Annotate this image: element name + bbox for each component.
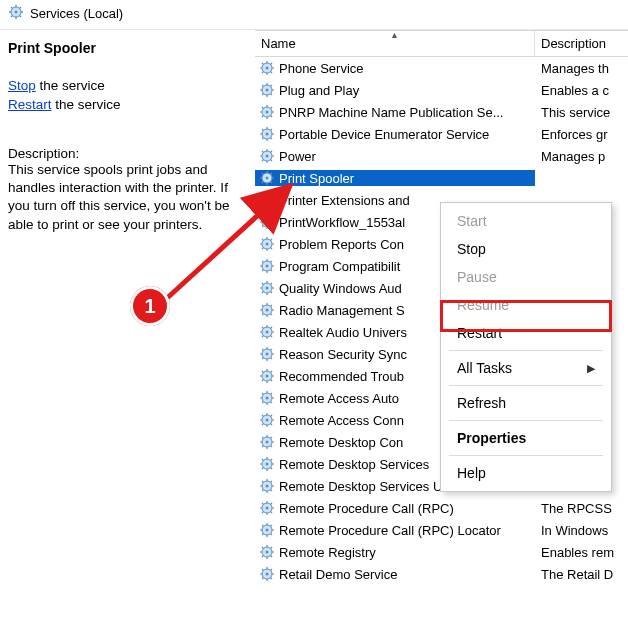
- svg-line-57: [271, 160, 273, 162]
- service-gear-icon: [259, 236, 275, 252]
- menu-restart-label: Restart: [457, 325, 502, 341]
- svg-line-247: [271, 578, 273, 580]
- column-header-row: ▴ Name Description: [255, 30, 628, 57]
- svg-line-27: [271, 94, 273, 96]
- svg-line-28: [262, 94, 264, 96]
- svg-line-16: [262, 63, 264, 65]
- svg-line-146: [262, 349, 264, 351]
- service-row[interactable]: Phone ServiceManages th: [255, 57, 628, 79]
- svg-line-237: [271, 556, 273, 558]
- service-name-text: Reason Security Sync: [279, 347, 407, 362]
- service-gear-icon: [259, 214, 275, 230]
- svg-line-208: [262, 490, 264, 492]
- svg-point-11: [266, 67, 269, 70]
- svg-line-169: [271, 393, 273, 395]
- service-desc-cell: Enforces gr: [535, 127, 628, 142]
- menu-stop[interactable]: Stop: [443, 235, 609, 263]
- service-gear-icon: [259, 82, 275, 98]
- svg-line-17: [271, 72, 273, 74]
- description-label: Description:: [8, 146, 247, 161]
- svg-line-68: [262, 182, 264, 184]
- svg-line-206: [262, 481, 264, 483]
- stop-link[interactable]: Stop: [8, 78, 36, 93]
- menu-help[interactable]: Help: [443, 459, 609, 487]
- svg-line-127: [271, 314, 273, 316]
- svg-line-69: [271, 173, 273, 175]
- svg-line-107: [271, 270, 273, 272]
- column-header-description-label: Description: [541, 36, 606, 51]
- svg-line-108: [262, 270, 264, 272]
- menu-properties[interactable]: Properties: [443, 424, 609, 452]
- svg-point-91: [266, 243, 269, 246]
- svg-line-178: [262, 424, 264, 426]
- column-header-description[interactable]: Description: [535, 31, 628, 56]
- service-row[interactable]: Remote RegistryEnables rem: [255, 541, 628, 563]
- svg-line-227: [271, 534, 273, 536]
- svg-line-37: [271, 116, 273, 118]
- svg-line-66: [262, 173, 264, 175]
- svg-line-136: [262, 327, 264, 329]
- svg-line-246: [262, 569, 264, 571]
- svg-point-1: [15, 11, 18, 14]
- service-name-cell: Power: [255, 148, 535, 164]
- service-gear-icon: [259, 60, 275, 76]
- svg-line-89: [271, 217, 273, 219]
- menu-restart[interactable]: Restart: [443, 319, 609, 347]
- service-row[interactable]: Plug and PlayEnables a c: [255, 79, 628, 101]
- service-row[interactable]: PowerManages p: [255, 145, 628, 167]
- svg-point-41: [266, 133, 269, 136]
- service-name-text: Remote Procedure Call (RPC): [279, 501, 454, 516]
- svg-line-239: [271, 547, 273, 549]
- service-row[interactable]: Remote Procedure Call (RPC) LocatorIn Wi…: [255, 519, 628, 541]
- svg-line-219: [271, 503, 273, 505]
- menu-refresh-label: Refresh: [457, 395, 506, 411]
- title-bar: Services (Local): [0, 0, 628, 30]
- menu-all-tasks[interactable]: All Tasks▶: [443, 354, 609, 382]
- service-name-cell: Portable Device Enumerator Service: [255, 126, 535, 142]
- restart-link[interactable]: Restart: [8, 97, 52, 112]
- service-name-text: Plug and Play: [279, 83, 359, 98]
- svg-point-61: [266, 177, 269, 180]
- svg-point-231: [266, 551, 269, 554]
- service-row[interactable]: Retail Demo ServiceThe Retail D: [255, 563, 628, 585]
- service-name-text: Remote Procedure Call (RPC) Locator: [279, 523, 501, 538]
- svg-line-188: [262, 446, 264, 448]
- svg-line-39: [271, 107, 273, 109]
- stop-suffix: the service: [36, 78, 105, 93]
- service-desc-cell: Enables a c: [535, 83, 628, 98]
- svg-line-67: [271, 182, 273, 184]
- service-gear-icon: [259, 522, 275, 538]
- service-name-text: PrintWorkflow_1553al: [279, 215, 405, 230]
- service-desc-cell: Enables rem: [535, 545, 628, 560]
- svg-line-88: [262, 226, 264, 228]
- service-name-text: Phone Service: [279, 61, 364, 76]
- service-name-text: Remote Desktop Con: [279, 435, 403, 450]
- svg-line-248: [262, 578, 264, 580]
- svg-line-137: [271, 336, 273, 338]
- svg-point-101: [266, 265, 269, 268]
- svg-line-59: [271, 151, 273, 153]
- service-row[interactable]: PNRP Machine Name Publication Se...This …: [255, 101, 628, 123]
- svg-line-116: [262, 283, 264, 285]
- service-row[interactable]: Remote Procedure Call (RPC)The RPCSS: [255, 497, 628, 519]
- service-name-cell: Plug and Play: [255, 82, 535, 98]
- svg-line-118: [262, 292, 264, 294]
- svg-line-216: [262, 503, 264, 505]
- svg-line-109: [271, 261, 273, 263]
- services-icon: [8, 4, 24, 23]
- svg-line-228: [262, 534, 264, 536]
- svg-line-157: [271, 380, 273, 382]
- column-header-name[interactable]: ▴ Name: [255, 31, 535, 56]
- menu-refresh[interactable]: Refresh: [443, 389, 609, 417]
- service-name-cell: Phone Service: [255, 60, 535, 76]
- service-name-text: Realtek Audio Univers: [279, 325, 407, 340]
- service-gear-icon: [259, 566, 275, 582]
- service-row[interactable]: Print Spooler: [255, 167, 628, 189]
- svg-point-161: [266, 397, 269, 400]
- service-gear-icon: [259, 544, 275, 560]
- svg-line-58: [262, 160, 264, 162]
- svg-point-171: [266, 419, 269, 422]
- service-row[interactable]: Portable Device Enumerator ServiceEnforc…: [255, 123, 628, 145]
- menu-properties-label: Properties: [457, 430, 526, 446]
- svg-line-218: [262, 512, 264, 514]
